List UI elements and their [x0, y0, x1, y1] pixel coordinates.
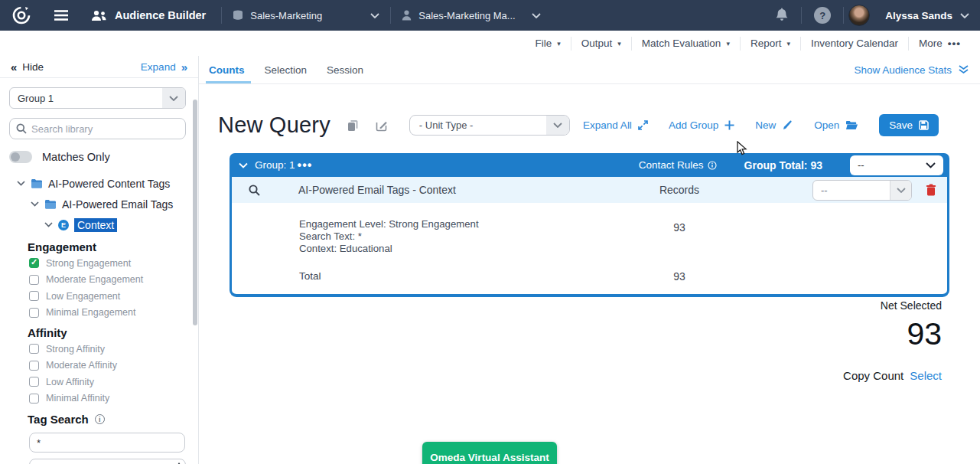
expand-sidebar-button[interactable]: Expand »: [141, 61, 187, 73]
database-selector[interactable]: Sales-Marketing: [222, 0, 390, 31]
criteria-line-search-text: Search Text: *: [299, 230, 947, 243]
tab-counts[interactable]: Counts: [209, 56, 245, 83]
group-logic-value: --: [858, 159, 864, 171]
show-audience-stats-button[interactable]: Show Audience Stats: [854, 64, 969, 76]
group-header-right: Contact Rules Group Total: 93 --: [639, 155, 943, 175]
chevron-down-icon: [239, 162, 248, 168]
group-total-value: 93: [810, 159, 822, 172]
chevron-down-icon: [926, 162, 936, 168]
menu-file[interactable]: File ▾: [525, 37, 570, 51]
menu-more-label: More: [919, 38, 943, 49]
checkbox-minimal-engagement[interactable]: Minimal Engagement: [0, 305, 198, 322]
total-record-count: 93: [630, 270, 729, 283]
save-button[interactable]: Save: [879, 114, 939, 136]
matches-only-toggle[interactable]: [9, 151, 32, 163]
checkbox-label: Minimal Engagement: [46, 307, 135, 318]
info-icon[interactable]: i: [95, 414, 105, 424]
group-body: AI-Powered Email Tags - Context Records …: [230, 177, 949, 297]
help-icon[interactable]: ?: [802, 7, 843, 24]
app-title-area: Audience Builder: [80, 9, 221, 21]
double-chevron-left-icon: «: [11, 61, 17, 73]
menu-output[interactable]: Output ▾: [571, 37, 631, 51]
checkbox-label: Strong Engagement: [46, 258, 131, 269]
user-menu[interactable]: Alyssa Sands: [844, 5, 969, 26]
checkbox-label: Moderate Affinity: [46, 360, 117, 371]
records-column-header: Records: [630, 184, 729, 196]
group-options-icon[interactable]: •••: [298, 158, 313, 172]
delete-criteria-icon[interactable]: [926, 184, 936, 196]
edit-query-icon[interactable]: [376, 119, 388, 132]
screen: Audience Builder Sales-Marketing: [0, 0, 980, 464]
search-icon: [16, 123, 27, 134]
group-panel: Group: 1 ••• Contact Rules Group Total:: [230, 153, 949, 297]
criteria-row[interactable]: Engagement Level: Strong Engagement Sear…: [232, 203, 947, 261]
tree-item-content-tags[interactable]: AI-Powered Content Tags: [0, 173, 198, 194]
checkbox-moderate-affinity[interactable]: Moderate Affinity: [0, 358, 198, 374]
hamburger-menu-icon[interactable]: [43, 9, 80, 21]
tag-results-listbox: Community Building: [29, 459, 186, 464]
copy-query-icon[interactable]: [347, 119, 359, 132]
user-avatar: [848, 5, 870, 26]
group-title: Group: 1: [255, 159, 295, 171]
caret-down-icon: ▾: [726, 40, 730, 47]
tag-search-field: [29, 433, 185, 453]
navbar-right: ? Alyssa Sands: [763, 0, 980, 31]
profile-selector[interactable]: Sales-Marketing Ma...: [391, 0, 552, 31]
open-label: Open: [814, 119, 839, 131]
hide-sidebar-button[interactable]: « Hide: [11, 61, 44, 73]
expand-all-button[interactable]: Expand All: [583, 119, 648, 131]
omeda-logo-icon[interactable]: [0, 5, 43, 25]
add-group-button[interactable]: Add Group: [669, 119, 734, 131]
checkbox-low-affinity[interactable]: Low Affinity: [0, 374, 198, 390]
matches-only-label: Matches Only: [42, 151, 110, 163]
checkbox-label: Minimal Affinity: [46, 393, 109, 404]
checkbox-label: Low Engagement: [46, 291, 120, 302]
checkbox-label: Moderate Engagement: [46, 274, 143, 285]
virtual-assistant-button[interactable]: Omeda Virtual Assistant: [422, 442, 557, 464]
checkbox-minimal-affinity[interactable]: Minimal Affinity: [0, 390, 198, 407]
notifications-bell-icon[interactable]: [763, 8, 801, 23]
library-search-input[interactable]: [31, 123, 179, 135]
query-header-row: New Query - Unit Type -: [199, 84, 980, 138]
chevron-down-icon: [370, 13, 379, 18]
tag-search-input[interactable]: [37, 437, 177, 449]
query-title: New Query: [218, 113, 330, 138]
menu-inventory-calendar[interactable]: Inventory Calendar: [800, 37, 908, 51]
checkbox-icon: [29, 377, 39, 387]
menu-match-evaluation[interactable]: Match Evaluation ▾: [631, 37, 740, 51]
group-collapse-toggle[interactable]: Group: 1: [239, 159, 295, 171]
checkbox-moderate-engagement[interactable]: Moderate Engagement: [0, 272, 198, 289]
criteria-title: AI-Powered Email Tags - Context: [298, 184, 456, 196]
audience-icon: [90, 10, 107, 21]
menu-more[interactable]: More •••: [908, 37, 971, 51]
library-search: [9, 118, 186, 139]
tree-item-context[interactable]: E Context: [0, 214, 198, 235]
tree-item-email-tags[interactable]: AI-Powered Email Tags: [0, 194, 198, 214]
double-chevron-right-icon: »: [181, 61, 187, 73]
unit-type-select[interactable]: - Unit Type -: [409, 115, 570, 136]
criteria-search-icon[interactable]: [249, 185, 260, 196]
tree-item-label: AI-Powered Content Tags: [48, 178, 170, 190]
tab-session[interactable]: Session: [327, 56, 363, 83]
tab-selection[interactable]: Selection: [265, 56, 308, 83]
sidebar-scrollbar-thumb[interactable]: [193, 100, 197, 325]
copy-count-select-link[interactable]: Select: [910, 369, 942, 382]
app-title: Audience Builder: [115, 9, 206, 21]
group-select[interactable]: Group 1: [9, 87, 186, 109]
checkbox-low-engagement[interactable]: Low Engagement: [0, 288, 198, 305]
email-tag-badge: E: [58, 220, 69, 230]
open-query-button[interactable]: Open: [814, 119, 858, 131]
new-query-button[interactable]: New: [755, 119, 793, 131]
menu-report[interactable]: Report ▾: [740, 37, 800, 51]
criteria-logic-select[interactable]: --: [812, 180, 912, 201]
chevron-down-icon: [546, 116, 569, 135]
group-total-label: Group Total:: [744, 159, 808, 172]
criteria-record-count: 93: [630, 221, 729, 234]
checkbox-strong-affinity[interactable]: Strong Affinity: [0, 341, 198, 358]
caret-down-icon: ▾: [617, 40, 621, 47]
checkbox-strong-engagement[interactable]: Strong Engagement: [0, 255, 198, 272]
main-content: Counts Selection Session Show Audience S…: [199, 56, 980, 464]
checkbox-icon: [29, 361, 39, 371]
group-logic-select[interactable]: --: [850, 155, 943, 175]
contact-rules-button[interactable]: Contact Rules: [639, 159, 717, 171]
